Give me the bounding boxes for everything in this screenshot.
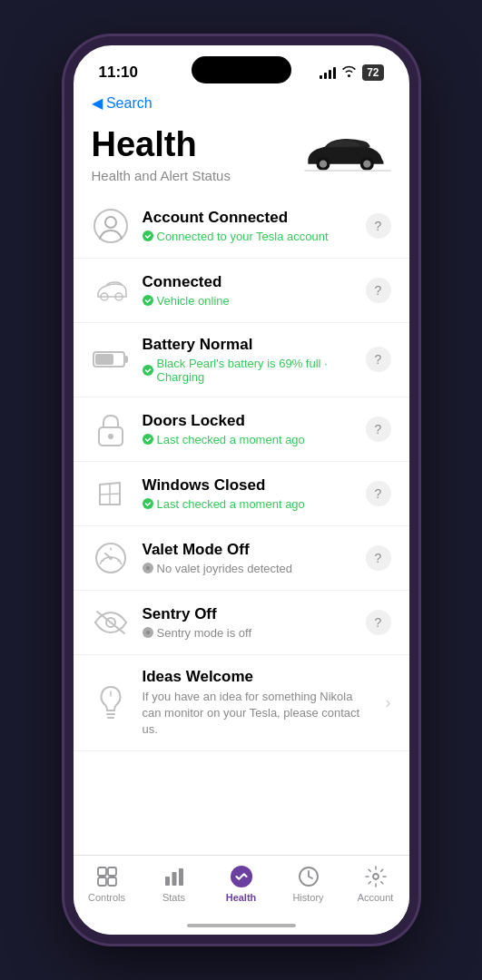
car-image — [300, 126, 391, 181]
health-item-battery[interactable]: Battery Normal Black Pearl's battery is … — [74, 323, 409, 397]
status-dot-green-5 — [143, 498, 153, 509]
eye-off-icon — [92, 603, 130, 642]
svg-rect-24 — [108, 877, 116, 886]
health-item-account-connected[interactable]: Account Connected Connected to your Tesl… — [74, 194, 409, 259]
svg-rect-4 — [304, 170, 391, 172]
info-button-doors[interactable]: ? — [366, 416, 391, 442]
svg-rect-11 — [124, 356, 128, 363]
info-button-sentry[interactable]: ? — [366, 610, 391, 635]
tab-stats[interactable]: Stats — [141, 865, 208, 903]
battery-icon: 72 — [362, 64, 383, 81]
tab-history[interactable]: History — [275, 865, 342, 903]
lock-icon — [92, 410, 130, 448]
dynamic-island — [192, 56, 291, 83]
health-item-windows[interactable]: Windows Closed Last checked a moment ago… — [74, 462, 409, 526]
svg-rect-21 — [98, 867, 106, 876]
page-content: ◀ Search Health Health and Alert Status — [74, 93, 409, 935]
health-tab-icon — [230, 865, 253, 888]
phone-shell: 11:10 72 ◀ Search — [64, 36, 418, 944]
status-dot-gray-2 — [143, 627, 153, 638]
stats-tab-icon — [162, 865, 186, 888]
health-item-text-ideas: Ideas Welcome If you have an idea for so… — [143, 668, 373, 739]
controls-tab-icon — [95, 865, 119, 888]
health-item-text-doors: Doors Locked Last checked a moment ago — [143, 412, 353, 446]
person-icon — [92, 207, 130, 245]
health-item-connected[interactable]: Connected Vehicle online ? — [74, 259, 409, 323]
home-indicator — [187, 924, 296, 927]
svg-point-13 — [108, 434, 113, 439]
status-time: 11:10 — [99, 64, 138, 82]
health-item-text-sentry: Sentry Off Sentry mode is off — [143, 605, 353, 640]
tab-bar: Controls Stats Health — [74, 855, 409, 935]
health-list: Account Connected Connected to your Tesl… — [74, 194, 409, 935]
tab-account[interactable]: Account — [342, 865, 409, 903]
health-item-ideas[interactable]: Ideas Welcome If you have an idea for so… — [74, 655, 409, 752]
battery-status-icon — [92, 340, 130, 378]
back-nav[interactable]: ◀ Search — [74, 93, 409, 119]
svg-point-16 — [146, 566, 150, 570]
signal-icon — [320, 66, 336, 79]
controls-tab-label: Controls — [88, 892, 125, 903]
stats-tab-label: Stats — [162, 892, 185, 903]
info-button-account[interactable]: ? — [366, 213, 391, 239]
status-dot-green-2 — [143, 295, 153, 306]
history-tab-label: History — [292, 892, 323, 903]
svg-point-3 — [363, 161, 370, 168]
health-item-doors[interactable]: Doors Locked Last checked a moment ago ? — [74, 397, 409, 462]
svg-rect-10 — [95, 354, 113, 365]
svg-point-5 — [94, 210, 127, 242]
svg-rect-22 — [108, 867, 116, 876]
status-dot-green — [143, 230, 153, 241]
svg-point-6 — [105, 217, 116, 228]
history-tab-icon — [297, 865, 320, 888]
info-button-connected[interactable]: ? — [366, 278, 391, 303]
health-item-text-windows: Windows Closed Last checked a moment ago — [143, 476, 353, 511]
svg-point-30 — [373, 874, 379, 879]
account-tab-icon — [364, 865, 388, 888]
health-tab-label: Health — [226, 892, 257, 903]
car-svg — [300, 126, 391, 181]
health-item-sentry[interactable]: Sentry Off Sentry mode is off ? — [74, 591, 409, 655]
svg-rect-27 — [179, 868, 183, 886]
page-title: Health — [92, 126, 231, 164]
page-header: Health Health and Alert Status — [74, 119, 409, 194]
car-icon — [92, 271, 130, 309]
tab-controls[interactable]: Controls — [74, 865, 141, 903]
svg-point-1 — [319, 161, 326, 168]
info-button-battery[interactable]: ? — [366, 347, 391, 372]
speedometer-icon — [92, 539, 130, 577]
chevron-right-icon: › — [386, 693, 391, 712]
svg-point-19 — [146, 631, 150, 634]
health-item-text-battery: Battery Normal Black Pearl's battery is … — [143, 336, 353, 384]
status-dot-green-3 — [143, 365, 153, 376]
tab-health[interactable]: Health — [208, 865, 275, 903]
svg-rect-26 — [172, 872, 176, 886]
svg-rect-23 — [98, 877, 106, 886]
health-item-text-connected: Connected Vehicle online — [143, 273, 353, 308]
window-icon — [92, 475, 130, 513]
back-button[interactable]: ◀ Search — [92, 94, 152, 112]
svg-point-15 — [109, 556, 113, 560]
page-header-text: Health Health and Alert Status — [92, 126, 231, 183]
account-tab-label: Account — [358, 892, 394, 903]
info-button-windows[interactable]: ? — [366, 481, 391, 506]
health-item-text-account: Account Connected Connected to your Tesl… — [143, 209, 353, 243]
status-icons: 72 — [320, 64, 383, 81]
health-item-text-valet: Valet Mode Off No valet joyrides detecte… — [143, 541, 353, 575]
health-item-valet[interactable]: Valet Mode Off No valet joyrides detecte… — [74, 526, 409, 591]
svg-rect-25 — [165, 877, 170, 886]
wifi-icon — [341, 65, 357, 80]
info-button-valet[interactable]: ? — [366, 545, 391, 571]
page-subtitle: Health and Alert Status — [92, 168, 231, 183]
bulb-icon — [92, 684, 130, 722]
status-dot-green-4 — [143, 434, 153, 445]
status-dot-gray-1 — [143, 563, 153, 573]
